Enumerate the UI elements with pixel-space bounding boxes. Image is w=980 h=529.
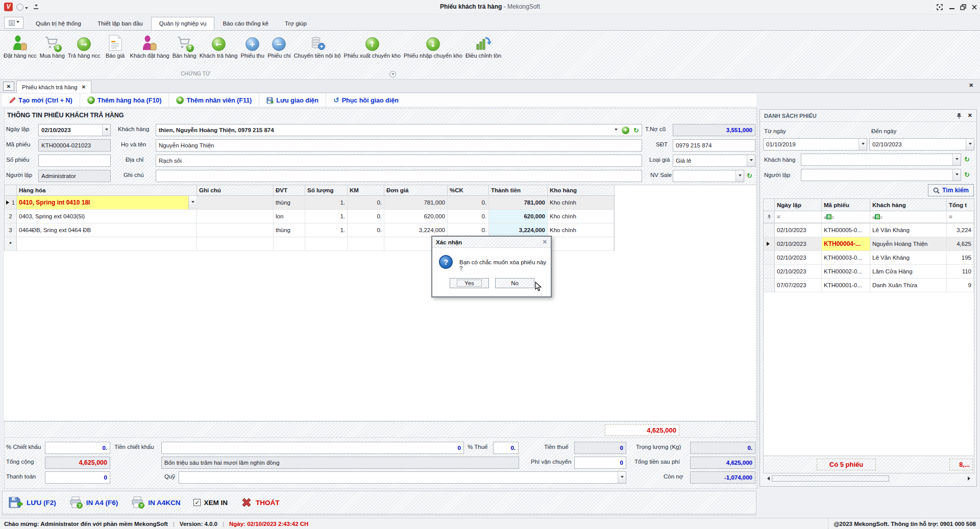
toolbar-item-bao-gia[interactable]: Báo giá: [102, 32, 129, 59]
toolbar-item-phieu-chi[interactable]: − Phiếu chi: [266, 32, 292, 59]
refresh-icon[interactable]: [747, 172, 752, 180]
panel-row-4[interactable]: 02/10/2023 KTH00002-0... Lâm Cửa Hàng 11…: [764, 265, 974, 279]
pin-icon[interactable]: [957, 113, 962, 119]
toolbar-item-phieu-xuat-chuyen-kho[interactable]: ↑ Phiếu xuất chuyển kho: [342, 32, 402, 59]
items-grid-row-2[interactable]: 2 0403, Spring ext 0403(5l) lon 1. 0. 62…: [4, 210, 615, 223]
search-button[interactable]: Tìm kiếm: [928, 184, 974, 196]
panel-row-1[interactable]: 02/10/2023 KTH00005-0... Lê Văn Kháng 3,…: [764, 223, 974, 237]
toolbar-item-khach-dat-hang[interactable]: Khách đặt hàng: [129, 32, 171, 59]
tab-tro-giup[interactable]: Trợ giúp: [277, 17, 315, 30]
toolbar-item-ban-hang[interactable]: ↑ Bán hàng: [171, 32, 198, 59]
items-grid-row-3[interactable]: 3 0464ĐB, Sring ext 0464 ĐB thùng 1. 0. …: [4, 223, 615, 237]
tab-bao-cao-thong-ke[interactable]: Báo cáo thống kê: [214, 17, 277, 30]
col-don-gia[interactable]: Đơn giá: [384, 185, 448, 195]
col-hang-hoa[interactable]: Hàng hóa: [17, 185, 197, 195]
yes-button[interactable]: Yes: [450, 278, 489, 288]
col-ghi-chu[interactable]: Ghi chú: [197, 185, 274, 195]
panel-khach-hang-combo[interactable]: [801, 154, 961, 166]
doc-tab-phieu-khach-tra-hang[interactable]: Phiếu khách trả hàng ✕: [16, 81, 91, 93]
toolbar-item-phieu-thu[interactable]: + Phiếu thu: [239, 32, 265, 59]
col-thanh-tien[interactable]: Thành tiền: [489, 185, 548, 195]
panel-row-2-selected[interactable]: 02/10/2023 KTH00004-... Nguyễn Hoàng Thi…: [764, 237, 974, 251]
dropdown-arrow-icon[interactable]: [615, 129, 618, 132]
refresh-icon[interactable]: [964, 156, 970, 163]
phi-van-chuyen-field[interactable]: 0: [574, 457, 626, 469]
col-so-luong[interactable]: Số lượng: [305, 185, 348, 195]
add-customer-icon[interactable]: +: [622, 127, 629, 134]
col-ngay-lap[interactable]: Ngày lập: [775, 199, 822, 211]
close-all-tabs-button[interactable]: ✕: [3, 82, 14, 91]
tu-ngay-combo[interactable]: 01/10/2019: [763, 138, 867, 150]
col-tong-tien[interactable]: Tổng t: [947, 199, 974, 211]
no-button[interactable]: No: [495, 278, 534, 288]
save-button[interactable]: LƯU (F2): [9, 496, 56, 509]
scrollbar-thumb[interactable]: [772, 475, 889, 482]
add-product-button[interactable]: + Thêm hàng hóa (F10): [80, 94, 169, 107]
dropdown-button[interactable]: [102, 124, 110, 136]
filter-equals-icon[interactable]: =: [775, 211, 822, 223]
tabbar-close-icon[interactable]: ✕: [969, 82, 973, 89]
abc-filter-icon[interactable]: aBc: [870, 211, 947, 223]
fullscreen-button[interactable]: [933, 3, 946, 12]
khach-hang-combo[interactable]: thien, Nguyễn Hoàng Thiện, 0979 215 874 …: [156, 124, 642, 136]
tab-quan-ly-nghiep-vu[interactable]: Quản lý nghiệp vụ: [151, 17, 215, 30]
splitter[interactable]: [757, 108, 758, 489]
print-a4-button[interactable]: ? IN A4 (F6): [69, 496, 118, 509]
filter-equals-icon[interactable]: =: [947, 211, 974, 223]
col-kho-hang[interactable]: Kho hàng: [548, 185, 614, 195]
toolbar-item-phieu-nhap-chuyen-kho[interactable]: ↓ Phiếu nhập chuyển kho: [402, 32, 464, 59]
panel-horizontal-scrollbar[interactable]: [763, 474, 974, 483]
den-ngay-combo[interactable]: 02/10/2023: [869, 138, 974, 150]
toolbar-item-tra-hang-ncc[interactable]: → Trả hàng ncc: [66, 32, 102, 59]
quy-combo[interactable]: [179, 471, 626, 484]
col-ma-phieu[interactable]: Mã phiếu: [822, 199, 870, 211]
toolbar-item-dieu-chinh-ton[interactable]: Điều chỉnh tồn: [464, 32, 503, 59]
items-grid-row-1[interactable]: 1 0410, Spring int 0410 18l thùng 1. 0. …: [4, 196, 615, 210]
tien-chiet-khau-field[interactable]: 0: [161, 442, 464, 454]
tab-quan-tri-he-thong[interactable]: Quản trị hệ thống: [28, 17, 89, 30]
nv-sale-combo[interactable]: [673, 170, 744, 182]
abc-filter-icon[interactable]: aBc: [822, 211, 870, 223]
dropdown-button[interactable]: [966, 139, 974, 150]
print-a4kcn-button[interactable]: ? IN A4KCN: [131, 496, 180, 509]
dropdown-button[interactable]: [952, 154, 961, 165]
dropdown-button[interactable]: [618, 472, 626, 483]
create-new-button[interactable]: Tạo mới (Ctrl + N): [2, 94, 80, 107]
toolbar-item-dat-hang-ncc[interactable]: Đặt hàng ncc: [2, 32, 38, 59]
panel-close-icon[interactable]: ✕: [968, 112, 972, 119]
ghi-chu-field[interactable]: [156, 170, 642, 182]
refresh-icon[interactable]: [964, 171, 970, 179]
ngay-lap-combo[interactable]: 02/10/2023: [38, 124, 111, 136]
toolbar-item-khach-tra-hang[interactable]: ← Khách trả hàng: [198, 32, 239, 59]
loai-gia-combo[interactable]: Giá lẻ: [673, 155, 755, 167]
app-menu-button[interactable]: [4, 17, 23, 29]
restore-layout-button[interactable]: ↺ Phục hồi giao diện: [326, 94, 406, 107]
scroll-left-icon[interactable]: [765, 476, 770, 481]
dropdown-button[interactable]: [736, 170, 744, 182]
panel-nguoi-lap-combo[interactable]: [801, 169, 961, 181]
so-phieu-field[interactable]: [38, 155, 111, 167]
tab-thiet-lap-ban-dau[interactable]: Thiết lập ban đầu: [89, 17, 151, 30]
preview-checkbox[interactable]: ✓ XEM IN: [193, 499, 228, 507]
dialog-close-icon[interactable]: ✕: [543, 239, 547, 245]
col-ck[interactable]: %CK: [448, 185, 489, 195]
pct-thue-field[interactable]: 0.: [493, 442, 519, 454]
close-button[interactable]: [968, 3, 980, 12]
pct-chiet-khau-field[interactable]: 0.: [45, 442, 110, 454]
thanh-toan-field[interactable]: 0: [45, 471, 110, 484]
panel-row-5[interactable]: 07/07/2023 KTH00001-0... Danh Xuân Thừa …: [764, 279, 974, 292]
exit-button[interactable]: THOÁT: [241, 497, 280, 508]
toolbar-item-chuyen-tien-noi-bo[interactable]: Chuyển tiền nội bộ: [292, 32, 342, 59]
ho-va-ten-field[interactable]: Nguyễn Hoàng Thiện: [156, 139, 642, 152]
tab-close-icon[interactable]: ✕: [82, 84, 86, 90]
refresh-icon[interactable]: [633, 127, 639, 134]
add-employee-button[interactable]: + Thêm nhân viên (F11): [168, 94, 259, 107]
panel-row-3[interactable]: 02/10/2023 KTH00003-0... Lê Văn Kháng 19…: [764, 251, 974, 265]
col-km[interactable]: KM: [348, 185, 384, 195]
dropdown-button[interactable]: [952, 169, 961, 181]
ribbon-group-launcher[interactable]: [389, 71, 396, 78]
col-khach-hang[interactable]: Khách hàng: [870, 199, 947, 211]
checkbox-checked-icon[interactable]: ✓: [193, 499, 201, 506]
scroll-right-icon[interactable]: [968, 476, 972, 481]
dia-chi-field[interactable]: Rạch sỏi: [156, 155, 642, 167]
